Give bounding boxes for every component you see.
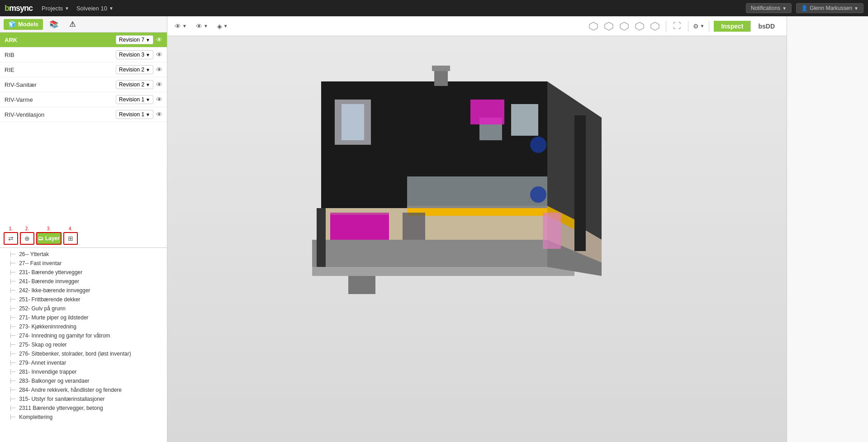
rib-visibility-icon[interactable]: 👁 <box>156 51 162 58</box>
riv-sanitar-visibility-icon[interactable]: 👁 <box>156 81 162 88</box>
layer-tool-btn-4[interactable]: ⊞ <box>63 232 78 245</box>
list-item[interactable]: 241- Bærende innvegger <box>0 277 167 286</box>
model-list: ARK Revision 7 ▼ 👁 RIB Revision 3 ▼ 👁 RI… <box>0 33 167 223</box>
library-icon: 📚 <box>49 20 58 29</box>
list-item[interactable]: 271- Murte piper og ildsteder <box>0 313 167 322</box>
list-item[interactable]: 315- Utstyr for sanitærinstallasjoner <box>0 394 167 404</box>
layer-tool-1: 1. ⇄ <box>4 226 18 245</box>
riv-varme-visibility-icon[interactable]: 👁 <box>156 96 162 103</box>
ark-revision-btn[interactable]: Revision 7 ▼ <box>116 35 153 44</box>
svg-rect-19 <box>470 100 504 124</box>
svg-marker-3 <box>636 22 644 30</box>
layer-tree: 26-- Yttertak 27-- Fast inventar 231- Bæ… <box>0 248 167 442</box>
list-item[interactable]: 252- Gulv på grunn <box>0 304 167 313</box>
eye-dropdown-arrow: ▼ <box>182 24 187 29</box>
shape-btn-5[interactable] <box>649 20 661 33</box>
list-item[interactable]: 251- Frittbærende dekker <box>0 295 167 304</box>
tab-alerts[interactable]: ⚠ <box>65 18 80 30</box>
list-item[interactable]: 26-- Yttertak <box>0 250 167 259</box>
sidebar-tabs: 🧊 Models 📚 ⚠ <box>0 16 167 33</box>
list-item[interactable]: 231- Bærende yttervegger <box>0 268 167 277</box>
layer-tool-btn-3[interactable]: 🗂 Layer <box>36 232 62 245</box>
svg-rect-21 <box>407 206 547 208</box>
shape-btn-2[interactable] <box>602 20 615 33</box>
svg-marker-1 <box>605 22 613 30</box>
svg-rect-25 <box>330 213 389 240</box>
toolbar-separator <box>666 21 666 32</box>
riv-varme-revision-btn[interactable]: Revision 1 ▼ <box>116 95 153 104</box>
gear-icon: ⚙ <box>693 23 699 30</box>
toolbar-separator3 <box>709 21 709 32</box>
bsdd-button[interactable]: bsDD <box>750 21 782 32</box>
svg-rect-16 <box>342 104 364 140</box>
top-right-buttons: Inspect bsDD <box>714 21 782 32</box>
svg-point-22 <box>530 137 546 153</box>
list-item[interactable]: 2311 Bærende yttervegger, betong <box>0 404 167 413</box>
riv-sanitar-revision-btn[interactable]: Revision 2 ▼ <box>116 80 153 89</box>
riv-ventilasjon-visibility-icon[interactable]: 👁 <box>156 111 162 118</box>
projects-caret: ▼ <box>65 6 69 11</box>
list-item[interactable]: 276- Sittebenker, stolrader, bord (løst … <box>0 349 167 358</box>
model-row-riv-sanitar[interactable]: RIV-Sanitær Revision 2 ▼ 👁 <box>0 77 167 92</box>
rib-revision-btn[interactable]: Revision 3 ▼ <box>116 50 153 59</box>
tab-models[interactable]: 🧊 Models <box>4 19 43 30</box>
inspect-panel <box>787 16 868 442</box>
list-item[interactable]: 284- Andre rekkverk, håndlister og fende… <box>0 385 167 394</box>
inspect-button[interactable]: Inspect <box>714 21 750 32</box>
alerts-icon: ⚠ <box>69 20 76 29</box>
shape-btn-4[interactable] <box>633 20 646 33</box>
model-row-ark[interactable]: ARK Revision 7 ▼ 👁 <box>0 33 167 48</box>
eye2-view-btn[interactable]: 👁 ▼ <box>193 21 211 31</box>
svg-point-23 <box>530 186 546 203</box>
list-item[interactable]: 242- Ikke-bærende innvegger <box>0 286 167 295</box>
model-row-riv-varme[interactable]: RIV-Varme Revision 1 ▼ 👁 <box>0 92 167 107</box>
filter-view-btn[interactable]: ◈ ▼ <box>214 21 231 31</box>
toolbar-separator2 <box>688 21 688 32</box>
viewport-toolbar: 👁 ▼ 👁 ▼ ◈ ▼ <box>167 16 787 36</box>
layer-tool-4: 4. ⊞ <box>63 226 78 245</box>
viewport-canvas[interactable] <box>167 36 787 442</box>
eye2-dropdown-arrow: ▼ <box>204 24 208 29</box>
list-item[interactable]: 27-- Fast inventar <box>0 259 167 268</box>
svg-rect-30 <box>574 115 586 251</box>
user-menu[interactable]: 👤 Glenn Markussen ▼ <box>796 3 863 13</box>
svg-marker-4 <box>651 22 659 30</box>
list-item[interactable]: 275- Skap og reoler <box>0 340 167 349</box>
settings-btn[interactable]: ⚙ ▼ <box>693 23 705 30</box>
svg-marker-11 <box>312 240 547 267</box>
list-item[interactable]: Komplettering <box>0 413 167 422</box>
list-item[interactable]: 274- Innredning og garnityr for våtrom <box>0 331 167 340</box>
filter-dropdown-arrow: ▼ <box>223 24 228 29</box>
rie-revision-btn[interactable]: Revision 2 ▼ <box>116 65 153 74</box>
list-item[interactable]: 283- Balkonger og verandaer <box>0 376 167 385</box>
list-item[interactable]: 273- Kjøkkeninnredning <box>0 322 167 331</box>
list-item[interactable]: 281- Innvendige trapper <box>0 367 167 376</box>
svg-rect-27 <box>543 213 561 249</box>
eye-view-btn[interactable]: 👁 ▼ <box>172 21 190 31</box>
svg-rect-5 <box>312 267 574 276</box>
model-row-riv-ventilasjon[interactable]: RIV-Ventilasjon Revision 1 ▼ 👁 <box>0 107 167 122</box>
svg-rect-31 <box>317 208 326 267</box>
layer-tool-2: 2. ⊕ <box>20 226 34 245</box>
layer-toolbar: 1. ⇄ 2. ⊕ 3. 🗂 Layer 4. ⊞ <box>0 223 167 248</box>
projects-menu[interactable]: Projects ▼ <box>42 5 69 12</box>
layer-tool-btn-2[interactable]: ⊕ <box>20 232 34 245</box>
expand-btn[interactable]: ⛶ <box>671 20 683 33</box>
layer-tool-btn-1[interactable]: ⇄ <box>4 232 18 245</box>
svg-rect-20 <box>407 176 547 206</box>
list-item[interactable]: 279- Annet inventar <box>0 358 167 367</box>
notifications-btn[interactable]: Notifications ▼ <box>746 3 792 13</box>
project-selector[interactable]: Solveien 10 ▼ <box>76 5 114 12</box>
tab-library[interactable]: 📚 <box>45 18 63 30</box>
shape-btn-1[interactable] <box>587 20 600 33</box>
riv-ventilasjon-revision-btn[interactable]: Revision 1 ▼ <box>116 110 153 119</box>
rie-visibility-icon[interactable]: 👁 <box>156 66 162 73</box>
viewport-area: 👁 ▼ 👁 ▼ ◈ ▼ <box>167 16 787 442</box>
ark-visibility-icon[interactable]: 👁 <box>156 36 162 43</box>
model-row-rie[interactable]: RIE Revision 2 ▼ 👁 <box>0 62 167 77</box>
building-3d-view <box>258 45 629 308</box>
shape-btn-3[interactable] <box>618 20 631 33</box>
main-layout: 🧊 Models 📚 ⚠ ARK Revision 7 ▼ 👁 <box>0 16 868 442</box>
model-row-rib[interactable]: RIB Revision 3 ▼ 👁 <box>0 48 167 62</box>
svg-marker-2 <box>620 22 628 30</box>
